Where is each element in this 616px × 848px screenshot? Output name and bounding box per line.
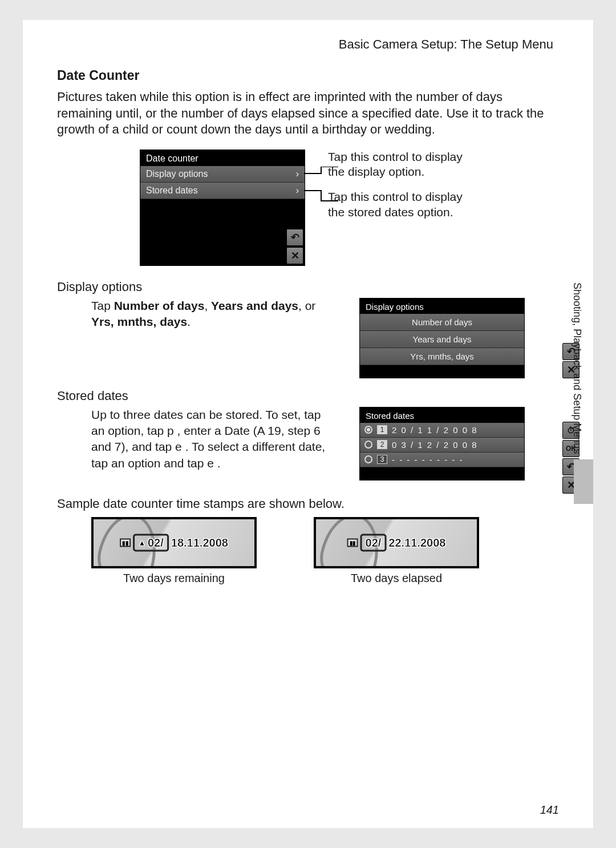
slot-number: 1 bbox=[377, 425, 387, 434]
stored-dates-instructions: Up to three dates can be stored. To set,… bbox=[91, 407, 331, 471]
stamp-number: 02/ bbox=[148, 536, 164, 549]
callouts: Tap this control to display the display … bbox=[328, 150, 476, 266]
slot-number: 3 bbox=[377, 455, 387, 464]
screen-date-counter: Date counter Display options› Stored dat… bbox=[140, 150, 305, 266]
stored-dates-title: Stored dates bbox=[360, 407, 524, 423]
side-chapter-label: Shooting, Playback and Setup Menus bbox=[571, 282, 583, 454]
callout-display-option: Tap this control to display the display … bbox=[328, 150, 476, 180]
radio-icon bbox=[364, 455, 372, 463]
display-options-title: Display options bbox=[360, 298, 524, 314]
sample-remaining: ▮▮ ▲ 02/ 18.11.2008 Two days remaining bbox=[91, 517, 257, 585]
sample-thumbnails: ▮▮ ▲ 02/ 18.11.2008 Two days remaining ▮… bbox=[91, 517, 559, 585]
menu-title: Date counter bbox=[140, 150, 305, 166]
thumb-tab bbox=[574, 459, 593, 504]
slot-number: 2 bbox=[377, 440, 387, 449]
stamp-number: 02/ bbox=[366, 536, 382, 549]
option-yrs-mnths-days[interactable]: Yrs, mnths, days bbox=[360, 348, 524, 365]
stamp-prefix-icon: ▮▮ bbox=[120, 538, 131, 547]
date-value: 0 3 / 1 2 / 2 0 0 8 bbox=[392, 440, 478, 450]
figure-date-counter-menu: Date counter Display options› Stored dat… bbox=[57, 150, 559, 266]
page-header: Basic Camera Setup: The Setup Menu bbox=[57, 37, 559, 52]
page-number: 141 bbox=[540, 803, 559, 817]
radio-icon bbox=[364, 441, 372, 449]
option-years-and-days[interactable]: Years and days bbox=[360, 331, 524, 348]
sample-caption: Two days elapsed bbox=[314, 572, 479, 585]
callout-stored-dates: Tap this control to display the stored d… bbox=[328, 189, 476, 220]
subheading-display-options: Display options bbox=[57, 280, 559, 294]
display-options-instructions: Tap Number of days, Years and days, or Y… bbox=[91, 298, 331, 330]
menu-item-display-options[interactable]: Display options› bbox=[140, 166, 305, 183]
intro-paragraph: Pictures taken while this option is in e… bbox=[57, 89, 559, 138]
close-icon[interactable]: ✕ bbox=[286, 247, 303, 264]
date-value: 2 0 / 1 1 / 2 0 0 8 bbox=[392, 425, 478, 435]
stamp-date: 18.11.2008 bbox=[171, 536, 228, 549]
date-value: - - - - - - - - - - bbox=[392, 455, 463, 465]
radio-icon bbox=[364, 426, 372, 434]
sample-caption: Two days remaining bbox=[91, 572, 257, 585]
option-number-of-days[interactable]: Number of days bbox=[360, 314, 524, 331]
back-icon[interactable]: ↶ bbox=[286, 229, 303, 246]
subheading-stored-dates: Stored dates bbox=[57, 389, 559, 403]
stored-date-row-1[interactable]: 1 2 0 / 1 1 / 2 0 0 8 bbox=[360, 423, 524, 438]
stamp-prefix-icon: ▮▮ bbox=[347, 538, 358, 547]
stamp-arrow-icon: ▲ bbox=[138, 538, 146, 547]
stored-date-row-2[interactable]: 2 0 3 / 1 2 / 2 0 0 8 bbox=[360, 438, 524, 453]
sample-intro: Sample date counter time stamps are show… bbox=[57, 496, 559, 511]
stamp-date: 22.11.2008 bbox=[388, 536, 445, 549]
sample-elapsed: ▮▮ 02/ 22.11.2008 Two days elapsed bbox=[314, 517, 479, 585]
screen-display-options: Display options Number of days Years and… bbox=[359, 298, 559, 378]
manual-page: Basic Camera Setup: The Setup Menu Date … bbox=[23, 20, 593, 828]
section-title: Date Counter bbox=[57, 68, 559, 83]
menu-item-stored-dates[interactable]: Stored dates› bbox=[140, 183, 305, 199]
screen-stored-dates: Stored dates 1 2 0 / 1 1 / 2 0 0 8 2 0 3… bbox=[359, 407, 559, 480]
stored-date-row-3[interactable]: 3 - - - - - - - - - - bbox=[360, 453, 524, 467]
